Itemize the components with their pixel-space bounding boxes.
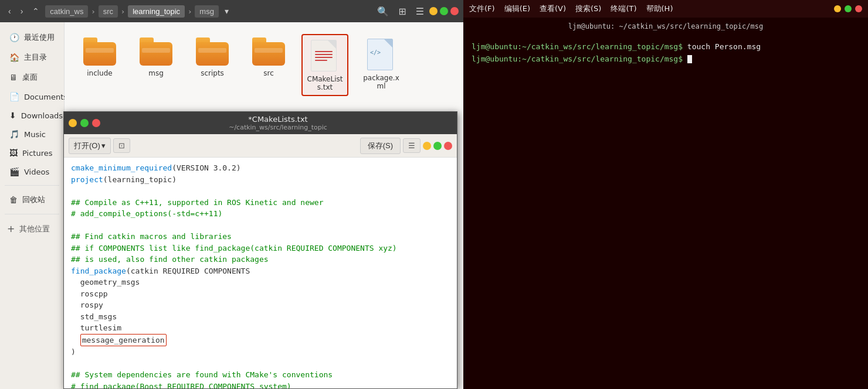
fm-close-button[interactable] — [450, 7, 459, 15]
fm-breadcrumb-learning_topic[interactable]: learning_topic — [128, 5, 185, 18]
te-toolbar: 打开(O) ▾ ⊡ 保存(S) ☰ — [64, 134, 457, 158]
term-menubar: 文件(F) 编辑(E) 查看(V) 搜索(S) 终端(T) 帮助(H) — [463, 0, 868, 18]
file-item-package-xml[interactable]: </> package.xml — [358, 34, 405, 96]
sidebar-item-music-label: Music — [24, 130, 46, 139]
sidebar-item-downloads-label: Downloads — [21, 111, 63, 120]
te-menu-button[interactable]: ☰ — [403, 138, 421, 153]
code-comment-3: ## Find catkin macros and libraries — [71, 232, 232, 241]
code-comment-7: # find_package(Boost REQUIRED COMPONENTS… — [71, 382, 291, 389]
term-menu-search[interactable]: 搜索(S) — [575, 4, 601, 14]
fm-forward-button[interactable]: › — [17, 4, 27, 18]
fm-search-icon[interactable]: 🔍 — [374, 5, 392, 18]
sidebar-item-home[interactable]: 🏠 主目录 — [2, 48, 62, 67]
folder-icon-msg — [140, 37, 172, 66]
sidebar-item-other[interactable]: + 其他位置 — [0, 219, 64, 238]
sidebar-divider — [5, 185, 59, 186]
code-comment-5: ## is used, also find other catkin packa… — [71, 255, 269, 264]
term-minimize-button[interactable] — [834, 5, 841, 12]
te-toolbar-minimize[interactable] — [423, 142, 431, 150]
folder-icon-include — [83, 37, 116, 66]
te-save-label: 保存(S) — [368, 141, 393, 150]
file-label-cmakelists: CMakeLists.txt — [306, 75, 344, 91]
term-menu-edit[interactable]: 编辑(E) — [504, 4, 530, 14]
fm-breadcrumb-catkin_ws[interactable]: catkin_ws — [45, 5, 88, 18]
term-maximize-button[interactable] — [845, 5, 852, 12]
sidebar-other-label: 其他位置 — [19, 224, 50, 234]
thumbnail-icon: ⊡ — [118, 141, 125, 150]
music-icon: 🎵 — [9, 129, 19, 139]
fm-back-button[interactable]: ‹ — [5, 4, 15, 18]
documents-icon: 📄 — [9, 92, 19, 101]
te-close-button[interactable] — [92, 119, 100, 127]
sidebar-item-pictures-label: Pictures — [22, 149, 52, 158]
file-label-src: src — [263, 69, 274, 77]
file-label-msg: msg — [148, 69, 164, 77]
sidebar-item-home-label: 主目录 — [24, 52, 47, 63]
sidebar-item-trash[interactable]: 🗑 回收站 — [2, 190, 62, 209]
te-open-label: 打开(O) — [74, 141, 100, 151]
file-item-include[interactable]: include — [76, 34, 123, 96]
file-item-cmakelists[interactable]: CMakeLists.txt — [301, 34, 348, 96]
fm-toolbar-icons: 🔍 ⊞ ☰ — [374, 5, 427, 18]
fm-breadcrumb-src[interactable]: src — [99, 5, 118, 18]
te-code-area[interactable]: cmake_minimum_required(VERSION 3.0.2) pr… — [64, 158, 457, 388]
term-menu-file[interactable]: 文件(F) — [469, 4, 495, 14]
code-roscpp: roscpp — [71, 289, 108, 298]
term-content[interactable]: ljm@ubuntu:~/catkin_ws/src/learning_topi… — [463, 35, 868, 389]
sidebar-item-music[interactable]: 🎵 Music — [2, 125, 62, 143]
sidebar-item-videos-label: Videos — [24, 168, 49, 176]
term-cmd-1: touch Person.msg — [683, 42, 761, 51]
xml-file-icon: </> — [367, 37, 395, 70]
te-toolbar-maximize[interactable] — [433, 142, 442, 150]
code-comment-1: ## Compile as C++11, supported in ROS Ki… — [71, 198, 323, 207]
sidebar-item-desktop[interactable]: 🖥 桌面 — [2, 68, 62, 87]
te-open-dropdown-icon: ▾ — [101, 141, 106, 150]
sidebar-item-recent[interactable]: 🕐 最近使用 — [2, 28, 62, 47]
sidebar-item-recent-label: 最近使用 — [24, 32, 55, 43]
file-label-package-xml: package.xml — [361, 74, 401, 90]
file-item-msg[interactable]: msg — [133, 34, 179, 96]
file-item-scripts[interactable]: scripts — [189, 34, 236, 96]
fm-maximize-button[interactable] — [440, 7, 448, 15]
fm-titlebar: ‹ › ⌃ catkin_ws › src › learning_topic ›… — [0, 0, 463, 22]
text-editor: *CMakeLists.txt ~/catkin_ws/src/learning… — [63, 111, 457, 389]
sidebar-item-videos[interactable]: 🎬 Videos — [2, 163, 62, 180]
te-open-button[interactable]: 打开(O) ▾ — [69, 138, 111, 154]
sidebar-item-pictures[interactable]: 🖼 Pictures — [2, 144, 62, 162]
code-turtlesim: turtlesim — [71, 323, 121, 332]
code-close-paren: ) — [71, 347, 76, 356]
fm-minimize-button[interactable] — [429, 7, 438, 15]
code-geom: geometry_msgs — [71, 278, 140, 286]
fm-dropdown-button[interactable]: ▾ — [221, 4, 232, 18]
file-item-src[interactable]: src — [245, 34, 292, 96]
code-find-package: find_package — [71, 267, 126, 275]
fm-up-button[interactable]: ⌃ — [29, 4, 43, 18]
term-menu-help[interactable]: 帮助(H) — [646, 4, 673, 14]
te-save-button[interactable]: 保存(S) — [360, 138, 401, 154]
videos-icon: 🎬 — [9, 167, 19, 176]
fm-view-icon[interactable]: ⊞ — [395, 5, 409, 18]
fm-sidebar: 🕐 最近使用 🏠 主目录 🖥 桌面 📄 Documents ⬇ Download… — [0, 22, 65, 389]
term-cursor — [687, 55, 692, 63]
file-label-include: include — [87, 69, 112, 77]
fm-breadcrumb-msg[interactable]: msg — [195, 5, 219, 18]
trash-icon: 🗑 — [9, 195, 18, 204]
code-project-suffix: (learning_topic) — [103, 175, 177, 184]
pictures-icon: 🖼 — [9, 148, 18, 158]
te-subtitle: ~/catkin_ws/src/learning_topic — [104, 124, 452, 131]
add-icon: + — [7, 223, 15, 234]
te-thumbnail-button[interactable]: ⊡ — [113, 138, 130, 153]
te-maximize-button[interactable] — [80, 119, 89, 127]
code-comment-2: # add_compile_options(-std=c++11) — [71, 209, 222, 218]
term-menu-terminal[interactable]: 终端(T) — [611, 4, 636, 14]
desktop-icon: 🖥 — [9, 73, 18, 82]
term-menu-view[interactable]: 查看(V) — [540, 4, 566, 14]
sidebar-item-downloads[interactable]: ⬇ Downloads — [2, 107, 62, 124]
te-minimize-button[interactable] — [69, 119, 77, 127]
sidebar-item-documents[interactable]: 📄 Documents — [2, 88, 62, 105]
folder-icon-scripts — [196, 37, 229, 66]
te-toolbar-close[interactable] — [444, 142, 452, 150]
fm-menu-icon[interactable]: ☰ — [413, 5, 427, 18]
term-title: ljm@ubuntu: ~/catkin_ws/src/learning_top… — [568, 22, 763, 30]
term-close-button[interactable] — [855, 5, 862, 12]
